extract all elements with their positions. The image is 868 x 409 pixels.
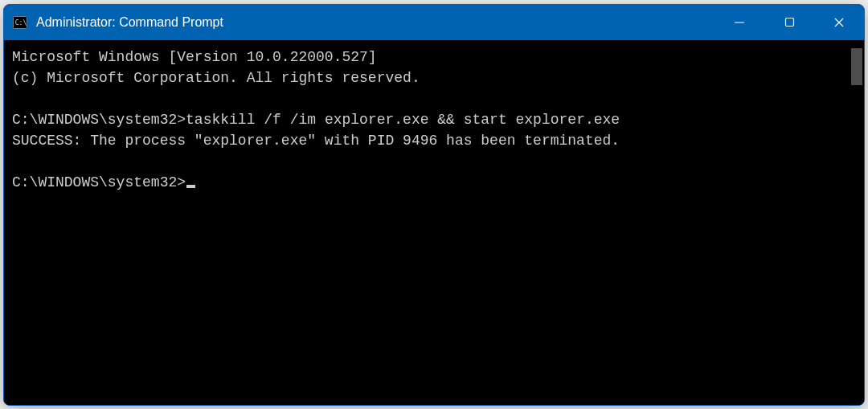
close-button[interactable]	[814, 5, 864, 40]
minimize-button[interactable]	[714, 5, 764, 40]
svg-text:C:\: C:\	[15, 18, 27, 26]
cmd-icon: C:\	[12, 14, 28, 31]
terminal-line: Microsoft Windows [Version 10.0.22000.52…	[12, 49, 377, 65]
titlebar[interactable]: C:\ Administrator: Command Prompt	[4, 5, 864, 40]
command-text: taskkill /f /im explorer.exe && start ex…	[186, 112, 620, 128]
terminal-line: SUCCESS: The process "explorer.exe" with…	[12, 133, 620, 149]
window-title: Administrator: Command Prompt	[36, 15, 223, 30]
minimize-icon	[734, 17, 745, 28]
close-icon	[833, 17, 845, 28]
prompt-path: C:\WINDOWS\system32>	[12, 112, 186, 128]
terminal-area: Microsoft Windows [Version 10.0.22000.52…	[4, 40, 864, 405]
window-controls	[714, 5, 864, 40]
text-cursor	[186, 185, 195, 188]
prompt-path: C:\WINDOWS\system32>	[12, 174, 186, 190]
terminal-line: (c) Microsoft Corporation. All rights re…	[12, 70, 420, 86]
maximize-icon	[784, 17, 795, 27]
svg-rect-3	[785, 18, 793, 27]
maximize-button[interactable]	[764, 5, 814, 40]
command-prompt-window: C:\ Administrator: Command Prompt	[3, 4, 865, 406]
terminal-output[interactable]: Microsoft Windows [Version 10.0.22000.52…	[4, 40, 850, 405]
scrollbar-track[interactable]	[850, 40, 864, 405]
scrollbar-thumb[interactable]	[851, 48, 862, 85]
